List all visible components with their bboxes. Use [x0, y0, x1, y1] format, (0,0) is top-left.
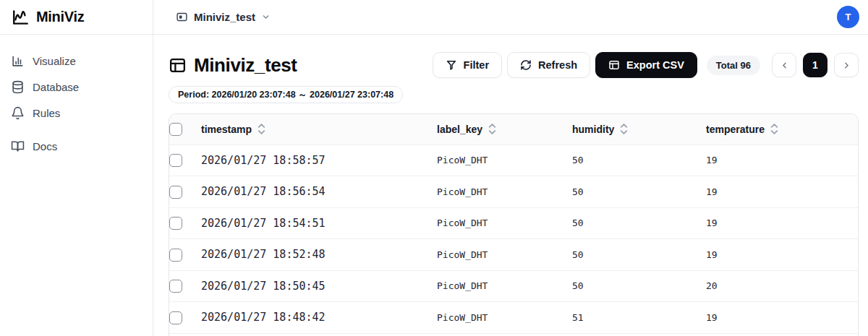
cell-temperature: 19: [706, 302, 858, 334]
cell-humidity: 50: [572, 176, 706, 208]
cell-label-key: PicoW_DHT: [437, 270, 572, 302]
cell-temperature: 19: [706, 207, 858, 239]
topbar: Miniviz_test T: [153, 0, 868, 35]
project-icon: [176, 11, 188, 23]
export-csv-button-label: Export CSV: [626, 59, 684, 71]
cell-humidity: 51: [572, 302, 706, 334]
cell-humidity: 50: [572, 239, 706, 271]
cell-humidity: 50: [572, 145, 706, 176]
line-chart-logo-icon: [12, 8, 30, 27]
export-csv-button[interactable]: Export CSV: [595, 52, 697, 78]
row-checkbox[interactable]: [169, 311, 182, 324]
total-count-badge: Total 96: [707, 56, 760, 75]
current-page-button[interactable]: 1: [803, 53, 827, 77]
page-title: Miniviz_test: [194, 54, 297, 77]
app-name: MiniViz: [36, 9, 84, 25]
row-checkbox[interactable]: [169, 186, 182, 199]
table-row-partial: [169, 333, 858, 336]
data-table: timestamp label_key: [169, 114, 858, 336]
project-selector[interactable]: Miniviz_test: [176, 11, 271, 23]
column-header-timestamp: timestamp: [201, 124, 252, 135]
cell-temperature: 20: [706, 270, 858, 302]
cell-temperature: 19: [706, 176, 858, 208]
refresh-icon: [520, 59, 532, 71]
period-badge: Period: 2026/01/20 23:07:48 ～ 2026/01/27…: [169, 86, 403, 103]
table-row: 2026/01/27 18:52:48 PicoW_DHT 50 19: [169, 239, 858, 271]
cell-label-key: PicoW_DHT: [437, 145, 572, 176]
pagination: 1: [772, 53, 859, 77]
prev-page-button[interactable]: [772, 53, 796, 77]
filter-button[interactable]: Filter: [433, 52, 502, 78]
sidebar-item-rules[interactable]: Rules: [0, 100, 153, 126]
column-header-label-key: label_key: [437, 124, 482, 135]
cell-timestamp: 2026/01/27 18:48:42: [201, 302, 437, 334]
app-logo[interactable]: MiniViz: [12, 8, 84, 27]
row-checkbox[interactable]: [169, 217, 182, 230]
data-table-card: timestamp label_key: [169, 113, 859, 336]
select-all-checkbox[interactable]: [169, 123, 182, 136]
cell-label-key: PicoW_DHT: [437, 239, 572, 271]
row-checkbox[interactable]: [169, 249, 182, 262]
table-row: 2026/01/27 18:50:45 PicoW_DHT 50 20: [169, 270, 858, 302]
table-row: 2026/01/27 18:58:57 PicoW_DHT 50 19: [169, 145, 858, 176]
sort-icon[interactable]: [770, 124, 778, 134]
topbar-logo-area: MiniViz: [0, 0, 153, 35]
filter-button-label: Filter: [464, 59, 489, 71]
sidebar-item-label: Rules: [33, 107, 60, 119]
book-icon: [11, 139, 25, 153]
column-header-humidity: humidity: [572, 124, 614, 135]
row-checkbox[interactable]: [169, 154, 182, 167]
sidebar-item-visualize[interactable]: Visualize: [0, 48, 153, 74]
app-window: MiniViz Miniviz_test T: [0, 0, 868, 336]
cell-timestamp: 2026/01/27 18:52:48: [201, 239, 437, 271]
sidebar-item-database[interactable]: Database: [0, 74, 153, 100]
next-page-button[interactable]: [834, 53, 859, 77]
sidebar-item-docs[interactable]: Docs: [0, 133, 153, 159]
column-header-temperature: temperature: [706, 124, 765, 135]
table-row: 2026/01/27 18:48:42 PicoW_DHT 51 19: [169, 302, 858, 334]
filter-icon: [446, 59, 457, 71]
table-row: 2026/01/27 18:56:54 PicoW_DHT 50 19: [169, 176, 858, 208]
cell-label-key: PicoW_DHT: [437, 176, 572, 208]
sidebar-item-label: Visualize: [33, 55, 76, 67]
page-title-wrap: Miniviz_test: [169, 54, 297, 77]
cell-label-key: PicoW_DHT: [437, 207, 572, 239]
sidebar-item-label: Docs: [33, 140, 57, 152]
cell-timestamp: 2026/01/27 18:58:57: [201, 145, 437, 176]
refresh-button-label: Refresh: [538, 59, 577, 71]
table-icon: [169, 56, 187, 74]
cell-temperature: 19: [706, 145, 858, 176]
cell-humidity: 50: [572, 270, 706, 302]
toolbar: Filter Refresh: [433, 52, 859, 78]
cell-timestamp: 2026/01/27 18:56:54: [201, 176, 437, 208]
cell-timestamp: 2026/01/27 18:50:45: [201, 270, 437, 302]
breadcrumb: Miniviz_test: [194, 11, 255, 23]
bar-chart-icon: [11, 54, 25, 68]
table-header-row: timestamp label_key: [169, 114, 858, 145]
row-checkbox[interactable]: [169, 280, 182, 293]
export-table-icon: [608, 59, 620, 71]
main-content: Miniviz_test Filter: [153, 35, 868, 336]
title-row: Miniviz_test Filter: [169, 52, 859, 78]
chevron-right-icon: [842, 61, 851, 70]
sort-icon[interactable]: [258, 124, 265, 134]
sort-icon[interactable]: [620, 124, 628, 134]
sidebar-item-label: Database: [33, 81, 79, 93]
chevron-down-icon: [261, 12, 271, 22]
table-row: 2026/01/27 18:54:51 PicoW_DHT 50 19: [169, 207, 858, 239]
avatar[interactable]: T: [837, 6, 859, 28]
refresh-button[interactable]: Refresh: [507, 52, 590, 78]
database-icon: [11, 80, 25, 94]
bell-icon: [11, 106, 25, 120]
chevron-left-icon: [780, 61, 789, 70]
cell-humidity: 50: [572, 207, 706, 239]
cell-label-key: PicoW_DHT: [437, 302, 572, 334]
cell-temperature: 19: [706, 239, 858, 271]
sort-icon[interactable]: [488, 124, 496, 134]
sidebar: Visualize Database Rules: [0, 35, 153, 336]
cell-timestamp: 2026/01/27 18:54:51: [201, 207, 437, 239]
